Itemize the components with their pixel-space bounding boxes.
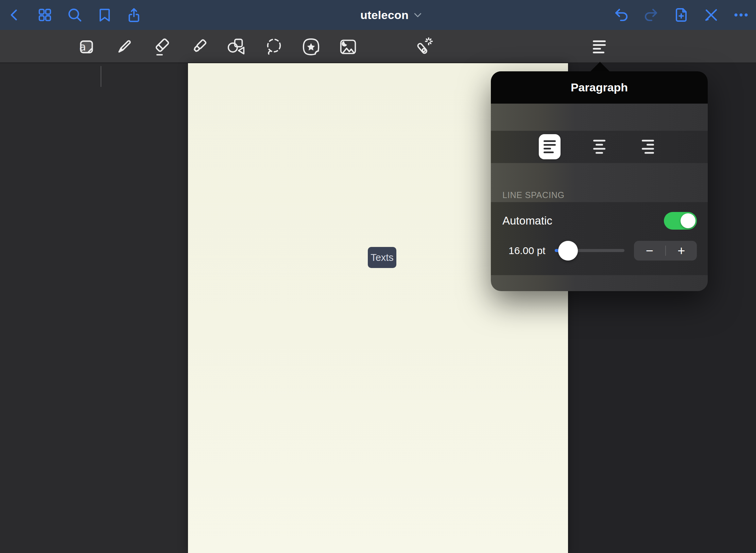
svg-text:a: a xyxy=(79,40,86,53)
undo-button[interactable] xyxy=(613,7,630,23)
eraser-tool[interactable] xyxy=(152,37,171,57)
zoom-window-icon: a xyxy=(76,37,96,57)
line-spacing-section-label: LINE SPACING xyxy=(502,190,565,200)
chevron-down-icon xyxy=(414,13,422,17)
highlighter-tool[interactable] xyxy=(189,37,209,57)
more-icon xyxy=(733,7,749,23)
paragraph-button[interactable] xyxy=(593,40,606,53)
bookmark-button[interactable] xyxy=(97,7,113,23)
align-center-button[interactable] xyxy=(593,140,605,154)
back-button[interactable] xyxy=(7,7,22,22)
back-icon xyxy=(7,7,22,22)
spacing-value: 16.00 pt xyxy=(509,245,545,256)
paragraph-popover: Paragraph LINE SPACING Automatic 16.00 p… xyxy=(491,71,708,291)
thumbnails-button[interactable] xyxy=(37,7,53,23)
toolbar: a T Hiragin xyxy=(0,30,756,63)
undo-icon xyxy=(613,7,630,23)
shapes-icon xyxy=(226,37,246,57)
elements-tool[interactable] xyxy=(301,37,321,57)
redo-icon xyxy=(643,7,659,23)
add-page-button[interactable] xyxy=(673,7,689,23)
document-title-button[interactable]: utelecon xyxy=(360,8,422,22)
increase-spacing-button[interactable]: + xyxy=(666,241,697,261)
elements-sticker-icon xyxy=(301,37,321,57)
spacing-slider-knob[interactable] xyxy=(558,241,578,261)
add-page-icon xyxy=(673,7,689,23)
toggle-knob xyxy=(681,213,695,228)
search-icon xyxy=(67,7,83,23)
laser-pointer-tool[interactable] xyxy=(413,37,433,57)
align-left-icon xyxy=(593,40,606,53)
bookmark-icon xyxy=(97,7,113,23)
lasso-tool[interactable] xyxy=(264,37,284,57)
automatic-label: Automatic xyxy=(502,214,552,227)
spacing-stepper: − + xyxy=(634,241,697,261)
image-tool[interactable] xyxy=(338,37,358,57)
popover-header: Paragraph xyxy=(491,71,708,104)
align-right-button[interactable] xyxy=(642,140,654,154)
decrease-spacing-button[interactable]: − xyxy=(634,241,665,261)
grid-view-icon xyxy=(37,7,53,23)
zoom-window-tool[interactable]: a xyxy=(76,37,96,57)
pen-icon xyxy=(114,37,134,57)
image-icon xyxy=(338,37,358,57)
popover-arrow xyxy=(590,62,610,72)
navbar: utelecon xyxy=(0,0,756,30)
shapes-tool[interactable] xyxy=(226,37,246,57)
document-title: utelecon xyxy=(360,8,409,22)
lasso-icon xyxy=(264,37,284,57)
laser-pointer-icon xyxy=(413,37,433,57)
text-object-label: Texts xyxy=(371,252,394,263)
align-left-button[interactable] xyxy=(539,134,561,159)
share-button[interactable] xyxy=(126,7,142,23)
pen-off-icon xyxy=(703,7,719,23)
pen-tool[interactable] xyxy=(114,37,134,57)
highlighter-icon xyxy=(189,37,209,57)
popover-title: Paragraph xyxy=(571,81,628,94)
more-button[interactable] xyxy=(733,7,749,23)
redo-button[interactable] xyxy=(643,7,659,23)
text-object[interactable]: Texts xyxy=(368,247,396,268)
automatic-toggle[interactable] xyxy=(664,212,697,230)
toolbar-divider xyxy=(101,66,101,87)
share-icon xyxy=(126,7,142,23)
search-button[interactable] xyxy=(67,7,83,23)
app-screen: utelecon a xyxy=(0,0,756,553)
eraser-icon xyxy=(152,37,171,57)
read-only-button[interactable] xyxy=(703,7,719,23)
